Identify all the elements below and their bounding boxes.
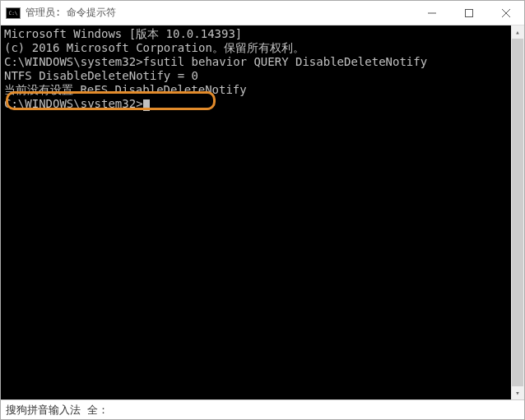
terminal-line: NTFS DisableDeleteNotify = 0 (4, 69, 521, 83)
terminal-line: C:\WINDOWS\system32> (4, 97, 521, 111)
terminal-line: Microsoft Windows [版本 10.0.14393] (4, 27, 521, 41)
window-title: 管理员: 命令提示符 (26, 6, 413, 20)
terminal-cursor (143, 99, 150, 111)
cmd-icon (6, 7, 21, 19)
scroll-up-button[interactable]: ▴ (511, 25, 524, 39)
vertical-scrollbar[interactable]: ▴ ▾ (511, 25, 524, 399)
scrollbar-track[interactable] (511, 39, 524, 386)
scrollbar-thumb[interactable] (512, 39, 523, 386)
close-button[interactable] (487, 1, 524, 25)
scroll-down-button[interactable]: ▾ (511, 386, 524, 399)
svg-rect-1 (465, 9, 472, 16)
minimize-button[interactable] (413, 1, 450, 25)
titlebar[interactable]: 管理员: 命令提示符 (1, 1, 524, 25)
ime-status-text: 搜狗拼音输入法 全： (6, 403, 109, 418)
window-controls (413, 1, 524, 25)
terminal-line: 当前没有设置 ReFS DisableDeleteNotify (4, 83, 521, 97)
ime-status-bar: 搜狗拼音输入法 全： (1, 399, 524, 419)
terminal-line: (c) 2016 Microsoft Corporation。保留所有权利。 (4, 41, 521, 55)
terminal-area[interactable]: Microsoft Windows [版本 10.0.14393](c) 201… (1, 25, 524, 399)
maximize-button[interactable] (450, 1, 487, 25)
terminal-output: Microsoft Windows [版本 10.0.14393](c) 201… (4, 27, 521, 111)
cmd-window: 管理员: 命令提示符 Microsoft Windows [版本 10.0.14… (0, 0, 525, 420)
terminal-line: C:\WINDOWS\system32>fsutil behavior QUER… (4, 55, 521, 69)
